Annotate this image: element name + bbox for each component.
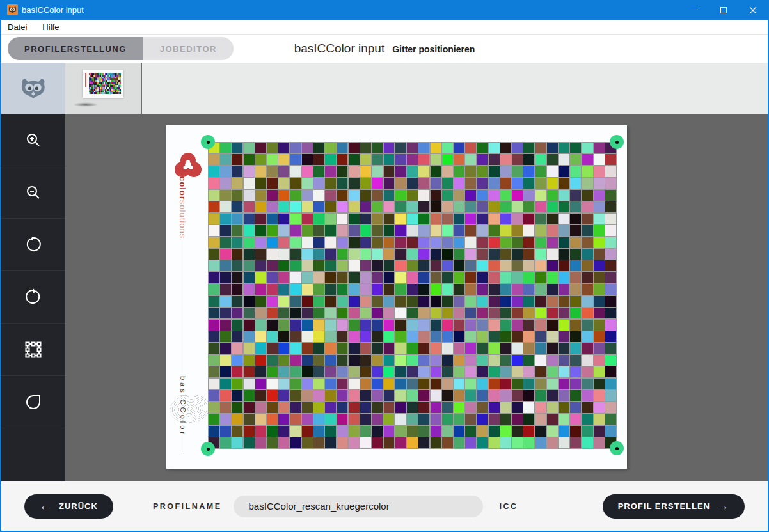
color-patch	[582, 154, 593, 165]
minimize-icon	[691, 10, 698, 10]
corner-marker-bottom-right[interactable]	[610, 441, 624, 455]
color-patch	[547, 355, 558, 366]
color-patch	[500, 249, 511, 260]
color-patch	[454, 249, 464, 260]
tab-jobeditor[interactable]: JOBEDITOR	[143, 37, 234, 60]
color-patch	[232, 366, 242, 377]
color-patch	[349, 320, 360, 331]
color-patch	[384, 178, 395, 189]
maximize-button[interactable]	[709, 0, 738, 20]
color-patch	[232, 166, 242, 177]
minimize-button[interactable]	[679, 0, 709, 20]
color-patch	[325, 214, 336, 224]
color-patch	[255, 390, 266, 401]
picker-button[interactable]	[1, 376, 65, 428]
color-patch	[372, 284, 383, 295]
color-patch	[535, 272, 546, 283]
color-patch	[559, 308, 569, 318]
corner-marker-top-left[interactable]	[201, 135, 215, 149]
color-patch	[255, 402, 266, 413]
menu-item-datei[interactable]: Datei	[8, 22, 27, 32]
color-patch	[395, 402, 406, 413]
color-patch	[523, 320, 534, 331]
corner-marker-bottom-left[interactable]	[201, 442, 215, 456]
picker-icon	[24, 393, 42, 411]
color-patch	[605, 379, 616, 389]
crop-frame-button[interactable]	[1, 324, 65, 376]
color-patch	[337, 355, 348, 366]
color-patch	[384, 308, 395, 318]
color-patch	[302, 214, 313, 224]
color-patch	[431, 379, 441, 389]
color-patch	[395, 437, 406, 448]
color-patch	[209, 225, 219, 236]
color-patch	[523, 201, 534, 212]
color-patch	[255, 355, 266, 366]
color-patch	[255, 260, 266, 271]
rotate-ccw-button[interactable]	[1, 219, 65, 271]
tab-profilerstellung[interactable]: PROFILERSTELLUNG	[8, 37, 143, 60]
color-patch	[349, 143, 360, 153]
scan-thumbnail-tab[interactable]	[65, 63, 141, 114]
zoom-out-icon	[24, 184, 42, 201]
zoom-out-button[interactable]	[1, 166, 65, 219]
color-patch	[500, 379, 511, 389]
color-patch	[244, 201, 255, 212]
color-patch	[290, 143, 301, 153]
color-patch	[337, 390, 348, 401]
zoom-in-button[interactable]	[1, 114, 65, 166]
color-patch	[547, 178, 558, 189]
color-patch	[465, 414, 476, 425]
color-patch	[477, 166, 488, 177]
close-button[interactable]	[738, 0, 768, 20]
color-patch	[582, 225, 593, 236]
color-patch	[489, 260, 500, 271]
color-patch	[547, 284, 558, 295]
color-patch	[512, 225, 523, 236]
color-patch	[570, 414, 581, 425]
color-patch	[302, 414, 313, 425]
color-patch	[360, 366, 371, 377]
color-patch	[302, 331, 313, 342]
color-patch	[267, 225, 278, 236]
color-patch	[431, 390, 441, 401]
color-patch	[384, 154, 395, 165]
filmstrip-home-tab[interactable]	[1, 63, 65, 114]
color-patch	[547, 143, 558, 153]
color-patch	[255, 308, 266, 318]
color-patch	[209, 166, 219, 177]
color-patch	[302, 284, 313, 295]
color-patch	[431, 366, 441, 377]
colorsolutions-logo-icon	[175, 152, 202, 179]
color-patch	[477, 414, 488, 425]
color-patch	[605, 284, 616, 295]
color-patch	[442, 331, 453, 342]
color-patch	[547, 296, 558, 307]
back-button[interactable]: ← ZURÜCK	[24, 494, 113, 519]
color-patch	[267, 402, 278, 413]
color-patch	[337, 379, 348, 389]
create-profile-button[interactable]: PROFIL ERSTELLEN →	[603, 494, 745, 519]
color-patch	[372, 343, 383, 354]
rotate-cw-button[interactable]	[1, 271, 65, 324]
image-canvas[interactable]: colorsolutions basICColor	[65, 114, 768, 481]
color-patch	[325, 143, 336, 153]
color-patch	[267, 366, 278, 377]
color-patch	[418, 272, 429, 283]
color-patch	[267, 143, 278, 153]
color-patch	[244, 379, 255, 389]
color-patch	[605, 237, 616, 248]
color-patch	[500, 296, 511, 307]
color-patch	[489, 402, 500, 413]
color-patch	[454, 343, 464, 354]
color-patch	[512, 154, 523, 165]
profile-name-input[interactable]	[234, 496, 483, 517]
menu-item-hilfe[interactable]: Hilfe	[42, 22, 59, 32]
color-patch	[290, 390, 301, 401]
color-patch	[278, 214, 289, 224]
color-patch	[220, 296, 231, 307]
color-patch	[302, 379, 313, 389]
color-patch	[535, 366, 546, 377]
color-patch	[220, 331, 231, 342]
corner-marker-top-right[interactable]	[610, 135, 624, 149]
